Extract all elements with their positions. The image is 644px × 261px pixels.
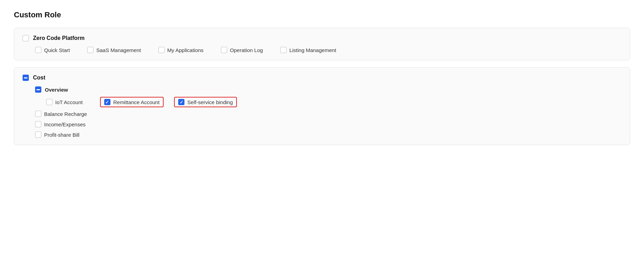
zero-code-platform-label: Zero Code Platform [33, 35, 84, 41]
saas-management-checkbox[interactable] [87, 47, 93, 53]
page-title: Custom Role [14, 10, 630, 19]
zero-code-platform-checkbox[interactable] [23, 35, 29, 41]
profit-share-bill-item: Profit-share Bill [35, 132, 604, 138]
quick-start-label[interactable]: Quick Start [44, 47, 70, 53]
balance-recharge-item: Balance Recharge [35, 111, 604, 117]
cost-checkbox[interactable] [23, 75, 29, 81]
operation-log-checkbox[interactable] [221, 47, 227, 53]
self-service-binding-item: Self-service binding [174, 97, 237, 107]
my-applications-item: My Applications [158, 47, 204, 53]
income-expenses-checkbox[interactable] [35, 121, 41, 127]
overview-header: Overview [35, 86, 621, 93]
self-service-binding-checkbox[interactable] [178, 99, 184, 105]
section-header-cost: Cost [23, 75, 621, 81]
saas-management-label[interactable]: SaaS Management [96, 47, 141, 53]
iot-account-item: IoT Account [46, 99, 83, 105]
listing-management-label[interactable]: Listing Management [289, 47, 336, 53]
self-service-binding-label[interactable]: Self-service binding [187, 99, 233, 105]
iot-account-label[interactable]: IoT Account [55, 99, 83, 105]
quick-start-checkbox[interactable] [35, 47, 41, 53]
zero-code-platform-section: Zero Code Platform Quick Start SaaS Mana… [14, 28, 630, 60]
overview-checkbox[interactable] [35, 86, 41, 93]
cost-section: Cost Overview IoT Account Remittance Acc… [14, 67, 630, 145]
my-applications-checkbox[interactable] [158, 47, 165, 53]
remittance-account-checkbox[interactable] [104, 99, 110, 105]
my-applications-label[interactable]: My Applications [167, 47, 204, 53]
overview-items: IoT Account Remittance Account Self-serv… [35, 97, 621, 107]
operation-log-item: Operation Log [221, 47, 263, 53]
listing-management-checkbox[interactable] [280, 47, 287, 53]
quick-start-item: Quick Start [35, 47, 70, 53]
remittance-account-label[interactable]: Remittance Account [113, 99, 159, 105]
zero-code-platform-items: Quick Start SaaS Management My Applicati… [23, 47, 621, 53]
income-expenses-label[interactable]: Income/Expenses [44, 121, 85, 127]
income-expenses-item: Income/Expenses [35, 121, 604, 127]
saas-management-item: SaaS Management [87, 47, 141, 53]
balance-recharge-label[interactable]: Balance Recharge [44, 111, 87, 117]
balance-recharge-checkbox[interactable] [35, 111, 41, 117]
profit-share-bill-label[interactable]: Profit-share Bill [44, 132, 80, 138]
listing-management-item: Listing Management [280, 47, 336, 53]
profit-share-bill-checkbox[interactable] [35, 132, 41, 138]
overview-subsection: Overview IoT Account Remittance Account … [23, 86, 621, 107]
overview-label: Overview [45, 87, 68, 93]
section-header-zcp: Zero Code Platform [23, 35, 621, 41]
operation-log-label[interactable]: Operation Log [230, 47, 263, 53]
cost-label: Cost [33, 75, 46, 81]
remittance-account-item: Remittance Account [100, 97, 164, 107]
iot-account-checkbox[interactable] [46, 99, 52, 105]
cost-standalone-items: Balance Recharge Income/Expenses Profit-… [23, 111, 621, 138]
